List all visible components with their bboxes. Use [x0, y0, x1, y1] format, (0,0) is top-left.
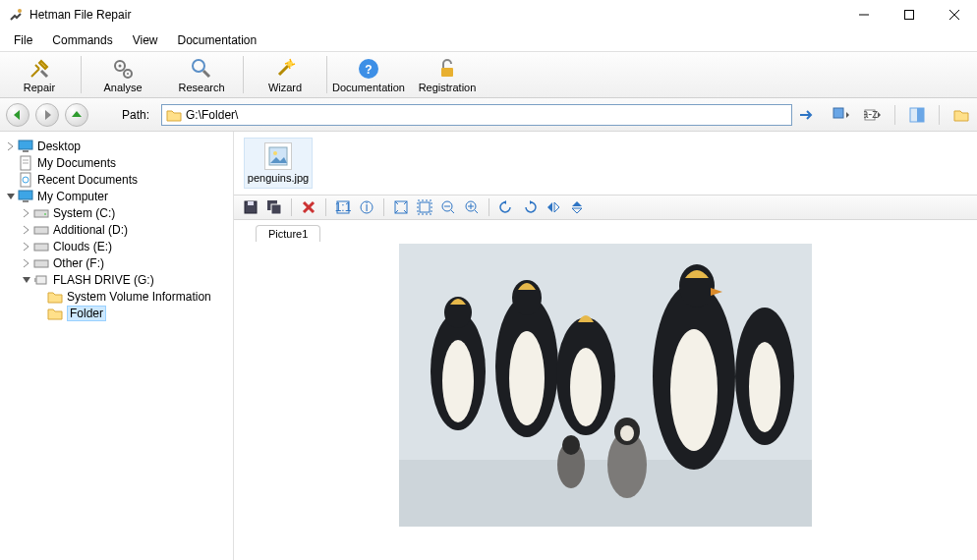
- toolbar-separator: [325, 198, 326, 216]
- svg-rect-59: [399, 460, 812, 527]
- expand-icon[interactable]: [20, 206, 33, 220]
- svg-point-37: [273, 151, 277, 155]
- rotate-right-button[interactable]: [519, 197, 541, 217]
- menu-bar: File Commands View Documentation: [0, 29, 977, 51]
- folder-tree[interactable]: Desktop My Documents Recent Documents My…: [0, 132, 234, 560]
- collapse-icon[interactable]: [4, 190, 18, 203]
- svg-point-69: [670, 329, 718, 451]
- menu-file[interactable]: File: [4, 31, 42, 49]
- toolbar-separator: [243, 56, 244, 93]
- options-button[interactable]: [951, 105, 971, 125]
- gears-icon: [111, 57, 135, 81]
- file-list[interactable]: penguins.jpg: [234, 132, 977, 195]
- up-button[interactable]: [65, 103, 88, 127]
- save-button[interactable]: [240, 197, 261, 217]
- svg-point-30: [44, 213, 46, 215]
- tree-node-clouds-e[interactable]: Clouds (E:): [4, 238, 229, 254]
- preview-area: [234, 242, 977, 560]
- usb-drive-icon: [33, 272, 49, 288]
- close-button[interactable]: [932, 0, 977, 29]
- expand-icon[interactable]: [20, 256, 33, 270]
- svg-line-10: [203, 71, 209, 77]
- wand-icon: [273, 57, 297, 81]
- rotate-left-button[interactable]: [495, 197, 517, 217]
- recent-icon: [18, 172, 33, 188]
- toolbar-separator: [81, 56, 82, 93]
- save-all-button[interactable]: [263, 197, 285, 217]
- image-file-icon: [264, 142, 292, 170]
- expand-icon[interactable]: [20, 223, 33, 237]
- path-label: Path:: [122, 108, 149, 122]
- svg-point-8: [127, 73, 129, 75]
- svg-rect-31: [34, 227, 48, 234]
- svg-rect-2: [905, 10, 914, 19]
- svg-point-11: [287, 61, 293, 67]
- tree-label: Clouds (E:): [53, 240, 112, 253]
- menu-documentation[interactable]: Documentation: [168, 31, 267, 49]
- svg-rect-33: [34, 260, 48, 267]
- file-item-penguins[interactable]: penguins.jpg: [244, 138, 313, 189]
- go-button[interactable]: [798, 106, 816, 124]
- tree-label: Other (F:): [53, 256, 104, 270]
- maximize-button[interactable]: [887, 0, 932, 29]
- tree-label: My Documents: [37, 156, 116, 170]
- svg-rect-14: [441, 68, 453, 77]
- expand-icon[interactable]: [4, 140, 18, 153]
- svg-text:a-z: a-z: [864, 107, 878, 121]
- svg-rect-32: [34, 244, 48, 251]
- analyse-button[interactable]: Analyse: [84, 52, 162, 97]
- tools-icon: [28, 57, 51, 81]
- fit-button[interactable]: [390, 197, 412, 217]
- forward-button[interactable]: [35, 103, 59, 127]
- view-mode-dropdown[interactable]: [832, 105, 851, 125]
- zoom-in-button[interactable]: [461, 197, 483, 217]
- preview-toolbar: 1:1 i: [234, 195, 977, 220]
- registration-label: Registration: [419, 82, 477, 93]
- fullscreen-button[interactable]: [414, 197, 435, 217]
- analyse-label: Analyse: [103, 82, 142, 93]
- tree-node-system-volume-information[interactable]: System Volume Information: [4, 288, 229, 305]
- flip-horizontal-button[interactable]: [543, 197, 564, 217]
- tree-node-my-computer[interactable]: My Computer: [4, 188, 229, 204]
- menu-commands[interactable]: Commands: [42, 31, 122, 49]
- repair-button[interactable]: Repair: [0, 52, 79, 97]
- preview-pane-button[interactable]: [907, 105, 927, 125]
- actual-size-button[interactable]: 1:1: [332, 197, 354, 217]
- repair-label: Repair: [24, 82, 55, 93]
- zoom-out-button[interactable]: [437, 197, 459, 217]
- flip-vertical-button[interactable]: [566, 197, 588, 217]
- back-button[interactable]: [6, 103, 29, 127]
- main-toolbar: Repair Analyse Research Wizard ? Documen…: [0, 51, 977, 98]
- folder-icon: [47, 306, 63, 321]
- tree-node-additional-d[interactable]: Additional (D:): [4, 221, 229, 238]
- research-button[interactable]: Research: [162, 52, 241, 97]
- tree-node-other-f[interactable]: Other (F:): [4, 254, 229, 271]
- tree-node-system-c[interactable]: System (C:): [4, 204, 229, 221]
- svg-rect-41: [271, 204, 281, 214]
- tree-node-desktop[interactable]: Desktop: [4, 138, 229, 154]
- path-field[interactable]: [161, 104, 792, 126]
- minimize-button[interactable]: [841, 0, 887, 29]
- tree-label: Additional (D:): [53, 223, 128, 237]
- tree-node-flash-drive-g[interactable]: FLASH DRIVE (G:): [4, 271, 229, 288]
- drive-icon: [33, 239, 49, 254]
- delete-button[interactable]: [298, 197, 319, 217]
- expand-icon[interactable]: [20, 240, 33, 253]
- documentation-button[interactable]: ? Documentation: [329, 52, 408, 97]
- tab-picture1[interactable]: Picture1: [256, 225, 320, 242]
- properties-button[interactable]: i: [356, 197, 377, 217]
- svg-point-0: [18, 9, 22, 13]
- wizard-button[interactable]: Wizard: [246, 52, 324, 97]
- collapse-icon[interactable]: [20, 273, 33, 287]
- folder-icon: [166, 107, 182, 123]
- sort-dropdown[interactable]: a-z: [863, 105, 883, 125]
- menu-view[interactable]: View: [123, 31, 168, 49]
- tree-node-recent-documents[interactable]: Recent Documents: [4, 171, 229, 188]
- tree-node-my-documents[interactable]: My Documents: [4, 154, 229, 171]
- tree-node-folder[interactable]: Folder: [4, 305, 229, 321]
- document-icon: [18, 155, 33, 171]
- registration-button[interactable]: Registration: [408, 52, 487, 97]
- path-input[interactable]: [186, 108, 787, 122]
- toolbar-separator: [326, 56, 327, 93]
- window-title: Hetman File Repair: [29, 8, 841, 22]
